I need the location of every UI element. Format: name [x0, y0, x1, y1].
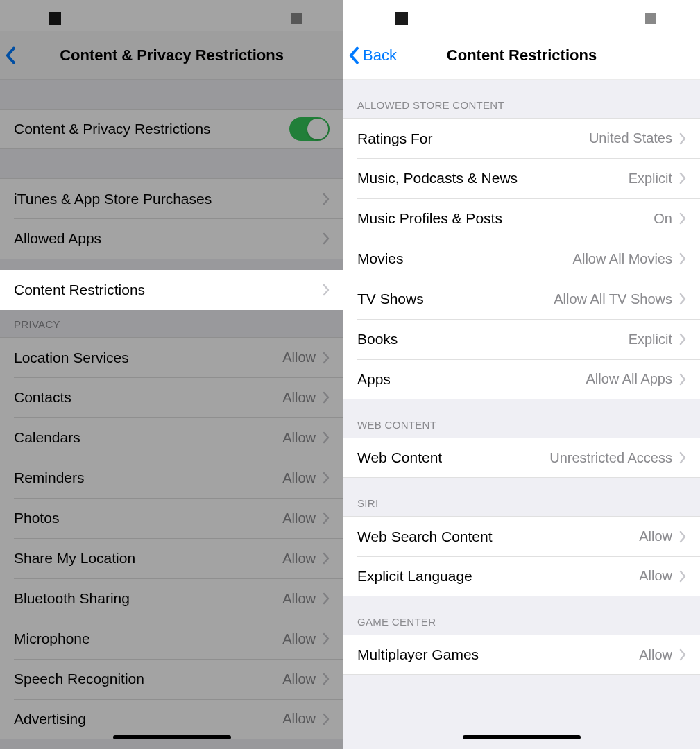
- row-label: Content & Privacy Restrictions: [14, 121, 289, 137]
- row-label: Bluetooth Sharing: [14, 590, 282, 607]
- row-label: Calendars: [14, 429, 282, 446]
- web-content-row[interactable]: Web Content Unrestricted Access: [343, 438, 700, 478]
- privacy-item-row[interactable]: CalendarsAllow: [0, 417, 343, 458]
- chevron-right-icon: [679, 252, 686, 265]
- siri-item-row[interactable]: Web Search ContentAllow: [343, 516, 700, 556]
- row-label: Books: [357, 331, 629, 347]
- allowed-store-item-row[interactable]: BooksExplicit: [343, 319, 700, 359]
- row-label: Movies: [357, 250, 573, 267]
- row-value: Allow: [282, 390, 316, 406]
- chevron-right-icon: [323, 552, 330, 565]
- allowed-store-item-row[interactable]: Music Profiles & PostsOn: [343, 198, 700, 239]
- row-label: Multiplayer Games: [357, 646, 639, 663]
- row-label: Apps: [357, 371, 586, 388]
- chevron-right-icon: [323, 632, 330, 645]
- row-label: Content Restrictions: [14, 282, 323, 298]
- row-value: Allow: [282, 350, 316, 365]
- row-label: Contacts: [14, 389, 282, 406]
- chevron-right-icon: [323, 512, 330, 524]
- row-label: iTunes & App Store Purchases: [14, 191, 323, 207]
- chevron-right-icon: [323, 472, 330, 484]
- status-indicator-icon: [49, 12, 61, 25]
- chevron-right-icon: [679, 373, 686, 386]
- row-value: Allow: [639, 568, 672, 584]
- row-label: Music Profiles & Posts: [357, 210, 654, 227]
- row-label: Share My Location: [14, 550, 282, 567]
- allowed-store-header: ALLOWED STORE CONTENT: [343, 80, 700, 118]
- chevron-right-icon: [679, 293, 686, 305]
- row-value: Allow: [282, 711, 316, 727]
- row-value: Allow All Apps: [586, 371, 672, 387]
- row-value: Allow All Movies: [573, 251, 672, 267]
- chevron-right-icon: [679, 531, 686, 543]
- chevron-right-icon: [679, 212, 686, 225]
- row-value: Allow: [282, 631, 316, 647]
- content-privacy-toggle-row[interactable]: Content & Privacy Restrictions: [0, 109, 343, 149]
- chevron-right-icon: [323, 431, 330, 444]
- row-label: Microphone: [14, 630, 282, 647]
- itunes-purchases-row[interactable]: iTunes & App Store Purchases: [0, 178, 343, 218]
- privacy-item-row[interactable]: PhotosAllow: [0, 498, 343, 538]
- row-label: Advertising: [14, 711, 282, 728]
- allowed-store-list: Ratings ForUnited StatesMusic, Podcasts …: [343, 118, 700, 399]
- chevron-left-icon: [349, 46, 360, 64]
- chevron-right-icon: [323, 352, 330, 364]
- home-indicator: [113, 735, 231, 739]
- row-value: Unrestricted Access: [549, 450, 672, 466]
- navbar: Content & Privacy Restrictions: [0, 31, 343, 80]
- siri-item-row[interactable]: Explicit LanguageAllow: [343, 556, 700, 596]
- row-value: United States: [589, 130, 672, 146]
- row-label: Music, Podcasts & News: [357, 170, 629, 187]
- row-value: Allow: [282, 591, 316, 607]
- status-indicator-icon: [395, 12, 408, 25]
- chevron-right-icon: [323, 391, 330, 404]
- privacy-list: Location ServicesAllowContactsAllowCalen…: [0, 337, 343, 739]
- row-label: Web Search Content: [357, 528, 639, 545]
- chevron-right-icon: [679, 333, 686, 345]
- privacy-item-row[interactable]: RemindersAllow: [0, 458, 343, 498]
- status-bar: [343, 0, 700, 31]
- back-button[interactable]: Back: [349, 46, 397, 64]
- toggle-switch[interactable]: [289, 117, 330, 141]
- privacy-item-row[interactable]: AdvertisingAllow: [0, 699, 343, 739]
- privacy-item-row[interactable]: MicrophoneAllow: [0, 619, 343, 659]
- game-center-item-row[interactable]: Multiplayer GamesAllow: [343, 635, 700, 675]
- row-label: Reminders: [14, 470, 282, 486]
- allowed-store-item-row[interactable]: MoviesAllow All Movies: [343, 239, 700, 279]
- chevron-right-icon: [323, 673, 330, 685]
- row-label: Ratings For: [357, 130, 589, 147]
- back-label: Back: [363, 46, 397, 64]
- chevron-right-icon: [679, 172, 686, 184]
- toggle-knob: [307, 119, 328, 139]
- row-value: Allow: [282, 510, 316, 526]
- allowed-store-item-row[interactable]: TV ShowsAllow All TV Shows: [343, 279, 700, 319]
- row-label: Explicit Language: [357, 568, 639, 585]
- allowed-store-item-row[interactable]: Music, Podcasts & NewsExplicit: [343, 158, 700, 198]
- row-label: Photos: [14, 510, 282, 526]
- allowed-store-item-row[interactable]: Ratings ForUnited States: [343, 118, 700, 158]
- page-title: Content & Privacy Restrictions: [0, 46, 343, 64]
- allowed-store-item-row[interactable]: AppsAllow All Apps: [343, 359, 700, 399]
- chevron-right-icon: [679, 451, 686, 464]
- row-label: TV Shows: [357, 291, 554, 307]
- back-button[interactable]: [6, 46, 19, 64]
- navbar: Back Content Restrictions: [343, 31, 700, 80]
- siri-header: SIRI: [343, 478, 700, 516]
- status-indicator-icon: [291, 13, 302, 24]
- privacy-item-row[interactable]: Share My LocationAllow: [0, 538, 343, 578]
- allowed-apps-row[interactable]: Allowed Apps: [0, 218, 343, 259]
- chevron-right-icon: [323, 592, 330, 605]
- siri-list: Web Search ContentAllowExplicit Language…: [343, 516, 700, 596]
- privacy-item-row[interactable]: Bluetooth SharingAllow: [0, 578, 343, 619]
- privacy-item-row[interactable]: Location ServicesAllow: [0, 337, 343, 377]
- status-bar: [0, 0, 343, 31]
- content-restrictions-row[interactable]: Content Restrictions: [0, 270, 343, 310]
- row-value: On: [654, 211, 672, 227]
- left-phone: Content & Privacy Restrictions Content &…: [0, 0, 343, 749]
- row-label: Speech Recognition: [14, 671, 282, 687]
- chevron-right-icon: [323, 284, 330, 296]
- row-value: Allow: [282, 470, 316, 486]
- privacy-item-row[interactable]: Speech RecognitionAllow: [0, 659, 343, 699]
- right-phone: Back Content Restrictions ALLOWED STORE …: [343, 0, 700, 749]
- privacy-item-row[interactable]: ContactsAllow: [0, 377, 343, 417]
